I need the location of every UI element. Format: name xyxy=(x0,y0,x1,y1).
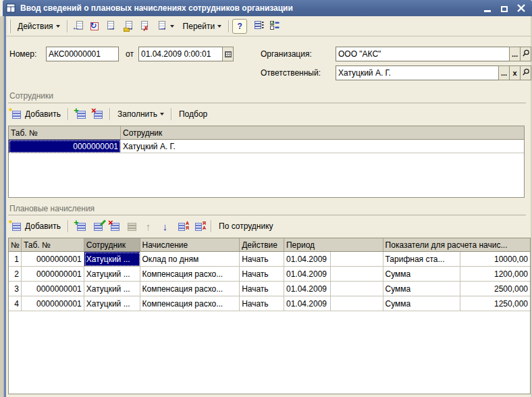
employees-section-title: Сотрудники xyxy=(9,91,53,101)
cell-period-end[interactable] xyxy=(331,282,383,296)
employees-cell-emp[interactable]: Хатуцкий А. Г. xyxy=(121,140,524,153)
calendar-button[interactable] xyxy=(222,47,234,61)
cell-period-end[interactable] xyxy=(331,252,383,267)
employees-delete-button[interactable]: × xyxy=(90,107,105,122)
cell-action[interactable]: Начать xyxy=(240,267,284,282)
window-title: Ввод сведений о плановых начислениях сот… xyxy=(20,3,293,13)
refresh-button[interactable]: ↻ xyxy=(86,19,102,34)
accruals-copy-add-button[interactable]: + xyxy=(73,219,88,234)
cell-indicator[interactable]: Сумма xyxy=(383,296,461,311)
accruals-move-down-button[interactable]: ↓ xyxy=(157,219,173,234)
accruals-col-emp-header[interactable]: Сотрудник xyxy=(84,238,140,251)
employees-col-emp-header[interactable]: Сотрудник xyxy=(121,126,524,139)
create-based-on-button[interactable]: → xyxy=(154,19,176,34)
cell-tab[interactable]: 0000000001 xyxy=(22,252,84,267)
actions-button[interactable]: Действия xyxy=(14,19,64,34)
cell-action[interactable]: Начать xyxy=(240,296,284,311)
responsible-label: Ответственный: xyxy=(261,65,321,80)
date-input[interactable] xyxy=(138,47,223,61)
accruals-col-num-header[interactable]: № xyxy=(9,238,22,251)
cell-period-start[interactable]: 01.04.2009 xyxy=(284,267,331,282)
accruals-col-indicators-header[interactable]: Показатели для расчета начис... xyxy=(383,238,530,251)
accruals-col-period-header[interactable]: Период xyxy=(284,238,383,251)
cell-num[interactable]: 1 xyxy=(9,252,22,267)
cell-action[interactable]: Начать xyxy=(240,282,284,296)
organization-lookup-button[interactable] xyxy=(520,47,531,61)
responsible-lookup-button[interactable] xyxy=(520,65,531,80)
minimize-button[interactable] xyxy=(483,4,491,12)
cell-num[interactable]: 3 xyxy=(9,282,22,296)
cell-period-start[interactable]: 01.04.2009 xyxy=(284,296,331,311)
section-divider xyxy=(8,215,526,215)
organization-ellipsis-button[interactable]: ... xyxy=(509,47,521,61)
cell-action[interactable]: Начать xyxy=(240,252,284,267)
copy-row-icon: + xyxy=(76,109,86,120)
cell-accrual[interactable]: Оклад по дням xyxy=(140,252,240,267)
cell-num[interactable]: 4 xyxy=(9,296,22,311)
cell-tab[interactable]: 0000000001 xyxy=(22,267,84,282)
cell-period-start[interactable]: 01.04.2009 xyxy=(284,282,331,296)
employees-pick-button[interactable]: Подбор xyxy=(176,106,210,122)
accruals-table-row[interactable]: 3 0000000001 Хатуцкий ... Компенсация ра… xyxy=(9,282,530,296)
accruals-add-button[interactable]: * Добавить xyxy=(8,218,63,234)
post-button[interactable]: → xyxy=(120,19,136,34)
arrow-up-icon-disabled: ↑ xyxy=(146,221,151,232)
cell-accrual[interactable]: Компенсация расхо... xyxy=(140,267,240,282)
employees-cell-tab[interactable]: 0000000001 xyxy=(9,140,121,153)
cell-value[interactable]: 1200,000 xyxy=(460,267,530,282)
employees-add-button[interactable]: * Добавить xyxy=(8,106,63,122)
accruals-edit-button[interactable] xyxy=(90,219,105,234)
accruals-col-action-header[interactable]: Действие xyxy=(240,238,284,251)
cell-period-start[interactable]: 01.04.2009 xyxy=(284,252,331,267)
cell-period-end[interactable] xyxy=(331,267,383,282)
cell-accrual[interactable]: Компенсация расхо... xyxy=(140,282,240,296)
responsible-input[interactable] xyxy=(336,65,499,80)
cell-period-end[interactable] xyxy=(331,296,383,311)
write-button[interactable]: → xyxy=(102,19,117,34)
close-button[interactable] xyxy=(517,4,525,12)
cell-emp[interactable]: Хатуцкий ... xyxy=(84,267,140,282)
related-settings-button[interactable] xyxy=(267,19,282,34)
goto-button[interactable]: Перейти xyxy=(179,19,226,34)
cell-tab[interactable]: 0000000001 xyxy=(22,282,84,296)
cell-value[interactable]: 1250,000 xyxy=(460,296,530,311)
maximize-button[interactable] xyxy=(500,4,508,12)
cell-indicator[interactable]: Тарифная ста... xyxy=(383,252,461,267)
clear-x-icon: x xyxy=(512,69,516,77)
accruals-table-row[interactable]: 2 0000000001 Хатуцкий ... Компенсация ра… xyxy=(9,267,530,282)
accruals-table-row[interactable]: 4 0000000001 Хатуцкий ... Компенсация ра… xyxy=(9,296,530,311)
accruals-sort-asc-button[interactable]: АЯ xyxy=(174,219,190,234)
accruals-move-up-button[interactable]: ↑ xyxy=(140,219,156,234)
reread-button[interactable]: ← xyxy=(71,19,86,34)
accruals-delete-button[interactable]: × xyxy=(107,219,122,234)
cell-indicator[interactable]: Сумма xyxy=(383,267,461,282)
structure-button[interactable] xyxy=(251,19,267,34)
employees-copy-add-button[interactable]: + xyxy=(73,107,88,122)
cell-tab[interactable]: 0000000001 xyxy=(22,296,84,311)
cell-indicator[interactable]: Сумма xyxy=(383,282,461,296)
employees-col-tab-header[interactable]: Таб. № xyxy=(9,126,121,139)
write-icon: → xyxy=(105,21,115,32)
responsible-ellipsis-button[interactable]: ... xyxy=(498,65,510,80)
cell-value[interactable]: 10000,00 xyxy=(460,252,530,267)
accruals-col-tab-header[interactable]: Таб. № xyxy=(22,238,84,251)
unpost-button[interactable]: ✗ xyxy=(136,19,151,34)
employees-fill-button[interactable]: Заполнить xyxy=(115,106,167,122)
cell-emp[interactable]: Хатуцкий ... xyxy=(84,282,140,296)
employees-table-row[interactable]: 0000000001 Хатуцкий А. Г. xyxy=(9,140,524,153)
cell-emp[interactable]: Хатуцкий ... xyxy=(84,252,140,267)
responsible-clear-button[interactable]: x xyxy=(509,65,521,80)
number-input[interactable] xyxy=(46,47,119,61)
help-button[interactable]: ? xyxy=(232,19,247,34)
toolbar-separator xyxy=(228,20,230,32)
cell-num[interactable]: 2 xyxy=(9,267,22,282)
accruals-sort-desc-button[interactable]: ЯА xyxy=(191,219,207,234)
accruals-end-edit-button[interactable] xyxy=(124,219,139,234)
cell-emp[interactable]: Хатуцкий ... xyxy=(84,296,140,311)
accruals-table-row[interactable]: 1 0000000001 Хатуцкий ... Оклад по дням … xyxy=(9,252,530,267)
accruals-by-employee-button[interactable]: По сотруднику xyxy=(216,218,276,234)
organization-input[interactable] xyxy=(336,47,510,61)
accruals-col-accrual-header[interactable]: Начисление xyxy=(140,238,240,251)
cell-accrual[interactable]: Компенсация расхо... xyxy=(140,296,240,311)
cell-value[interactable]: 2500,000 xyxy=(460,282,530,296)
